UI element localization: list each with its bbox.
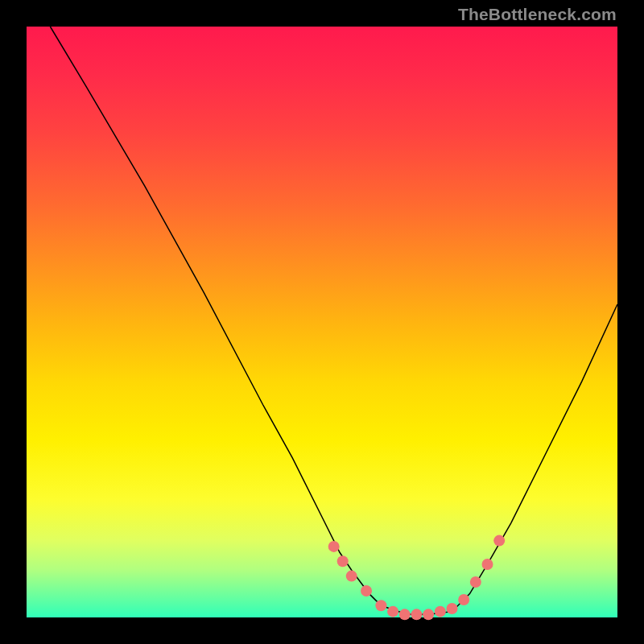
chart-dot xyxy=(446,603,457,614)
chart-dot xyxy=(493,535,505,547)
chart-dot xyxy=(337,555,349,567)
chart-dot xyxy=(458,594,469,605)
chart-dot xyxy=(435,606,446,617)
chart-dot xyxy=(375,600,386,611)
chart-dot xyxy=(411,609,422,620)
chart-dot xyxy=(387,606,398,617)
bottleneck-chart xyxy=(27,27,617,617)
chart-dots xyxy=(328,535,506,621)
chart-dot xyxy=(346,571,357,582)
chart-dot xyxy=(328,541,340,552)
chart-dot xyxy=(470,576,481,588)
chart-dot xyxy=(423,609,434,620)
watermark-text: TheBottleneck.com xyxy=(458,5,617,24)
chart-dot xyxy=(361,585,372,597)
chart-dot xyxy=(399,609,411,620)
chart-dot xyxy=(482,559,493,570)
chart-curve xyxy=(50,27,617,614)
